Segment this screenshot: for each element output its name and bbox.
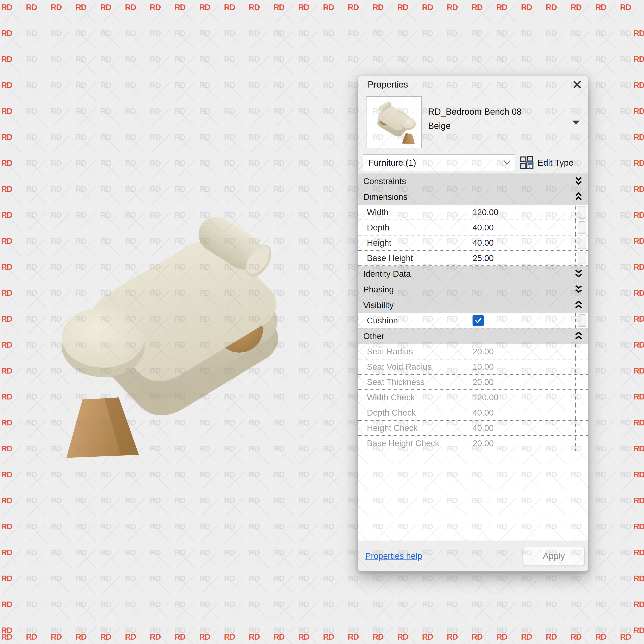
property-grid-empty-area <box>358 451 588 541</box>
svg-text:RD: RD <box>323 632 334 641</box>
associate-parameter-button[interactable] <box>578 314 586 327</box>
property-row-width: Width 120.00 <box>358 205 588 220</box>
svg-text:RD: RD <box>1 3 12 12</box>
double-chevron-up-icon <box>575 192 583 202</box>
property-row-seat-void-radius: Seat Void Radius 10.00 <box>358 359 588 375</box>
property-value-input[interactable]: 40.00 <box>469 220 575 235</box>
close-icon[interactable] <box>573 80 582 89</box>
element-filter-value: Furniture (1) <box>368 158 416 168</box>
apply-label: Apply <box>543 551 565 561</box>
section-other[interactable]: Other <box>358 328 588 344</box>
svg-text:RD: RD <box>174 632 186 641</box>
svg-text:RD: RD <box>373 3 384 12</box>
svg-text:RD: RD <box>634 133 644 141</box>
button-column <box>575 405 588 420</box>
svg-text:RD: RD <box>634 159 644 167</box>
svg-text:RD: RD <box>634 314 644 323</box>
property-value-readonly: 20.00 <box>469 344 575 359</box>
property-value-input[interactable]: 40.00 <box>469 235 575 250</box>
svg-text:RD: RD <box>249 632 260 641</box>
svg-text:RD: RD <box>447 632 458 641</box>
double-chevron-down-icon <box>575 269 583 279</box>
svg-text:RD: RD <box>1 55 12 64</box>
panel-footer: Properties help Apply <box>358 541 588 571</box>
svg-text:RD: RD <box>1 159 12 167</box>
svg-text:RD: RD <box>595 3 606 12</box>
section-identity-data[interactable]: Identity Data <box>358 266 588 282</box>
svg-text:RD: RD <box>634 340 644 349</box>
button-column <box>575 251 588 265</box>
svg-text:RD: RD <box>634 366 644 375</box>
button-column <box>575 205 588 220</box>
property-row-base-height: Base Height 25.00 <box>358 251 588 266</box>
type-selector[interactable]: RD_Bedroom Bench 08 Beige <box>363 94 583 151</box>
svg-text:RD: RD <box>348 632 359 641</box>
associate-parameter-button[interactable] <box>578 221 586 234</box>
svg-text:RD: RD <box>373 632 384 641</box>
property-value-cell <box>469 313 575 328</box>
cushion-checkbox[interactable] <box>473 315 484 326</box>
element-filter-select[interactable]: Furniture (1) <box>363 154 515 171</box>
double-chevron-up-icon <box>575 301 583 310</box>
svg-text:RD: RD <box>75 632 87 641</box>
svg-text:RD: RD <box>571 3 582 12</box>
svg-text:RD: RD <box>199 632 210 641</box>
property-label: Height <box>358 235 469 250</box>
double-chevron-down-icon <box>575 285 583 294</box>
associate-parameter-button[interactable] <box>578 206 586 219</box>
property-value-input[interactable]: 120.00 <box>469 205 575 220</box>
svg-text:RD: RD <box>634 236 644 245</box>
svg-text:RD: RD <box>1 185 12 193</box>
svg-text:RD: RD <box>249 3 260 12</box>
svg-text:RD: RD <box>150 3 161 12</box>
section-dimensions[interactable]: Dimensions <box>358 189 588 205</box>
svg-text:RD: RD <box>422 632 433 641</box>
svg-text:RD: RD <box>1 600 12 609</box>
svg-text:RD: RD <box>1 133 12 141</box>
property-value-input[interactable]: 25.00 <box>469 251 575 265</box>
svg-text:RD: RD <box>1 444 12 453</box>
property-row-height-check: Height Check 40.00 <box>358 421 588 436</box>
chevron-down-icon <box>503 160 511 165</box>
properties-help-link[interactable]: Properties help <box>365 551 422 561</box>
type-name-line2: Beige <box>428 119 522 133</box>
svg-text:RD: RD <box>397 632 408 641</box>
svg-text:RD: RD <box>1 418 12 427</box>
type-dropdown-arrow-icon[interactable] <box>573 121 579 125</box>
property-value-readonly: 40.00 <box>469 421 575 435</box>
svg-text:RD: RD <box>26 3 37 12</box>
property-row-height: Height 40.00 <box>358 235 588 251</box>
svg-text:RD: RD <box>51 3 62 12</box>
section-phasing[interactable]: Phasing <box>358 282 588 297</box>
section-constraints[interactable]: Constraints <box>358 173 588 189</box>
svg-text:RD: RD <box>634 418 644 427</box>
section-label: Phasing <box>363 285 394 294</box>
svg-text:RD: RD <box>199 3 210 12</box>
svg-text:RD: RD <box>496 3 507 12</box>
svg-text:RD: RD <box>634 211 644 219</box>
property-label: Width Check <box>358 390 469 405</box>
property-value-readonly: 120.00 <box>469 390 575 405</box>
edit-type-button[interactable]: Edit Type <box>515 154 583 171</box>
property-label: Width <box>358 205 469 220</box>
section-label: Dimensions <box>363 192 407 202</box>
svg-text:RD: RD <box>634 574 644 583</box>
apply-button[interactable]: Apply <box>523 547 585 565</box>
button-column <box>575 359 588 374</box>
svg-text:RD: RD <box>634 444 644 453</box>
associate-parameter-button[interactable] <box>578 252 586 264</box>
svg-text:RD: RD <box>1 29 12 38</box>
svg-text:RD: RD <box>634 55 644 64</box>
svg-text:RD: RD <box>174 3 186 12</box>
svg-text:RD: RD <box>571 632 582 641</box>
svg-text:RD: RD <box>1 340 12 349</box>
svg-text:RD: RD <box>620 3 631 12</box>
svg-text:RD: RD <box>1 211 12 219</box>
section-visibility[interactable]: Visibility <box>358 297 588 313</box>
svg-text:RD: RD <box>75 3 87 12</box>
svg-text:RD: RD <box>595 632 606 641</box>
section-label: Visibility <box>363 300 394 310</box>
svg-text:RD: RD <box>472 3 483 12</box>
associate-parameter-button[interactable] <box>578 237 586 249</box>
svg-text:RD: RD <box>634 29 644 38</box>
